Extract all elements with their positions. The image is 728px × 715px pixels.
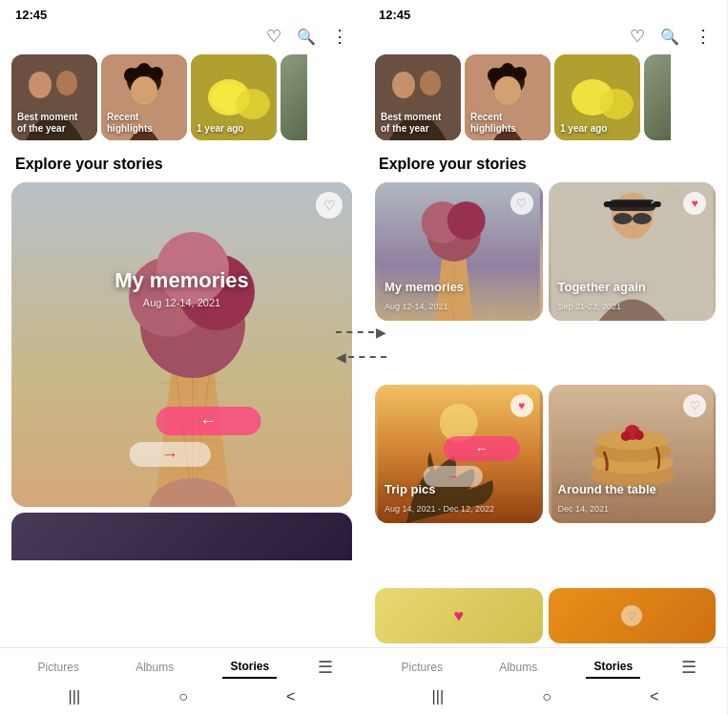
svg-point-8 bbox=[131, 76, 157, 105]
menu-icon-right[interactable]: ☰ bbox=[681, 657, 697, 678]
svg-point-28 bbox=[171, 313, 186, 328]
card-memories-date: Aug 12-14, 2021 bbox=[385, 302, 448, 311]
card-memories[interactable]: ♡ My memories Aug 12-14, 2021 bbox=[375, 182, 543, 321]
card-table-date: Dec 14, 2021 bbox=[558, 504, 610, 514]
swipe-pill-1: ← bbox=[156, 407, 260, 435]
thumb-best-moment[interactable]: Best moment of the year bbox=[11, 54, 97, 140]
card-together[interactable]: ♥ Together again Sep 21-23, 2021 bbox=[549, 182, 717, 321]
top-icons-right: ♡ 🔍 ⋮ bbox=[364, 26, 727, 54]
thumbnails-row-right: Best moment of the year Recent highlight… bbox=[364, 54, 727, 152]
heart-btn-trip[interactable]: ♥ bbox=[510, 394, 533, 417]
more-icon-right[interactable]: ⋮ bbox=[695, 26, 712, 47]
svg-point-12 bbox=[236, 89, 270, 119]
tab-stories-right[interactable]: Stories bbox=[586, 656, 640, 679]
card-trip-title: Trip pics bbox=[385, 482, 435, 496]
heart-btn-together[interactable]: ♥ bbox=[683, 192, 706, 215]
heart-btn-mini-orange[interactable]: ♡ bbox=[621, 605, 642, 626]
card-table-title: Around the table bbox=[558, 482, 656, 496]
thumb-partial-right bbox=[644, 54, 671, 140]
bottom-nav-left: Pictures Albums Stories ☰ ||| ○ < bbox=[0, 647, 364, 715]
mini-card-yellow[interactable]: ♥ bbox=[375, 588, 543, 643]
thumb-highlights-right[interactable]: Recent highlights bbox=[465, 54, 551, 140]
story-date-left: Aug 12-14, 2021 bbox=[143, 297, 220, 308]
more-icon[interactable]: ⋮ bbox=[331, 26, 348, 47]
nav-tabs-right: Pictures Albums Stories ☰ bbox=[364, 656, 727, 684]
section-title-right: Explore your stories bbox=[364, 152, 727, 182]
tab-stories-left[interactable]: Stories bbox=[222, 656, 277, 679]
status-bar-left: 12:45 bbox=[0, 0, 364, 26]
svg-point-2 bbox=[56, 71, 77, 95]
section-title-left: Explore your stories bbox=[0, 152, 364, 182]
top-icons-left: ♡ 🔍 ⋮ bbox=[0, 26, 364, 54]
heart-btn-table[interactable]: ♡ bbox=[683, 394, 706, 417]
sys-circle-left[interactable]: ○ bbox=[178, 688, 188, 705]
card-trip[interactable]: ♥ ← → Trip pics Aug 14, 2021 - Dec 12, 2… bbox=[375, 385, 543, 523]
swipe-pill-trip-1: ← bbox=[444, 436, 520, 461]
thumb-best-moment-right[interactable]: Best moment of the year bbox=[375, 54, 461, 140]
thumb-1year-ago[interactable]: 1 year ago bbox=[191, 54, 277, 140]
tab-albums-right[interactable]: Albums bbox=[491, 657, 545, 678]
swipe-pill-2: → bbox=[129, 442, 210, 467]
story-card-main[interactable]: My memories Aug 12-14, 2021 ♡ ← → bbox=[11, 182, 352, 507]
sys-back-right[interactable]: < bbox=[650, 688, 658, 705]
status-bar-right: 12:45 bbox=[364, 0, 727, 26]
bottom-mini-cards: ♥ ♡ bbox=[364, 588, 727, 647]
arrow-right: ▶ bbox=[336, 325, 386, 340]
thumb1-label: Best moment of the year bbox=[17, 112, 77, 135]
thumb2r-label: Recent highlights bbox=[470, 112, 516, 135]
svg-point-1 bbox=[29, 72, 52, 98]
panel-divider: ▶ ◀ bbox=[336, 325, 386, 365]
card-table[interactable]: ♡ Around the table Dec 14, 2021 bbox=[549, 385, 717, 523]
mini-card-yellow-heart: ♥ bbox=[453, 606, 464, 626]
time-left: 12:45 bbox=[15, 8, 47, 22]
tab-albums-left[interactable]: Albums bbox=[128, 657, 181, 678]
thumb1r-label: Best moment of the year bbox=[381, 112, 441, 135]
svg-point-7 bbox=[137, 63, 151, 76]
svg-point-48 bbox=[447, 201, 486, 240]
svg-point-53 bbox=[613, 213, 632, 224]
sys-pills-right[interactable]: ||| bbox=[432, 688, 444, 705]
tab-pictures-left[interactable]: Pictures bbox=[31, 657, 87, 678]
story-title-left: My memories bbox=[114, 268, 249, 293]
system-nav-right: ||| ○ < bbox=[364, 684, 727, 711]
mini-card-orange[interactable]: ♡ bbox=[549, 588, 717, 643]
heart-btn-memories[interactable]: ♡ bbox=[510, 192, 533, 215]
svg-point-36 bbox=[513, 67, 527, 80]
svg-point-63 bbox=[620, 431, 630, 441]
sys-back-left[interactable]: < bbox=[286, 688, 295, 705]
left-panel: 12:45 ♡ 🔍 ⋮ Best moment of the year bbox=[0, 0, 364, 715]
tab-pictures-right[interactable]: Pictures bbox=[394, 657, 450, 678]
search-icon[interactable]: 🔍 bbox=[297, 28, 316, 46]
sys-circle-right[interactable]: ○ bbox=[542, 688, 551, 705]
card-together-date: Sep 21-23, 2021 bbox=[558, 302, 622, 311]
bottom-nav-right: Pictures Albums Stories ☰ ||| ○ < bbox=[364, 647, 727, 715]
svg-point-32 bbox=[420, 71, 441, 95]
svg-point-6 bbox=[150, 67, 163, 80]
heart-icon-top[interactable]: ♡ bbox=[266, 26, 281, 47]
arrow-left: ◀ bbox=[336, 349, 386, 365]
thumb3-label: 1 year ago bbox=[197, 123, 243, 135]
thumb2-label: Recent highlights bbox=[107, 112, 153, 135]
thumb3r-label: 1 year ago bbox=[560, 123, 607, 135]
thumbnails-row-left: Best moment of the year Recent highlight… bbox=[0, 54, 364, 152]
svg-point-54 bbox=[632, 213, 651, 224]
svg-point-31 bbox=[392, 72, 415, 98]
heart-icon-top-right[interactable]: ♡ bbox=[630, 26, 645, 47]
search-icon-right[interactable]: 🔍 bbox=[660, 28, 679, 46]
sys-pills-left[interactable]: ||| bbox=[69, 688, 80, 705]
svg-point-64 bbox=[634, 431, 643, 440]
heart-btn-story-left[interactable]: ♡ bbox=[316, 192, 343, 219]
thumb-1year-ago-right[interactable]: 1 year ago bbox=[554, 54, 640, 140]
menu-icon-left[interactable]: ☰ bbox=[318, 657, 333, 678]
svg-point-37 bbox=[501, 63, 514, 76]
nav-tabs-left: Pictures Albums Stories ☰ bbox=[0, 656, 364, 684]
svg-point-38 bbox=[494, 76, 521, 105]
card-trip-date: Aug 14, 2021 - Dec 12, 2022 bbox=[385, 504, 494, 514]
card-together-title: Together again bbox=[558, 280, 646, 294]
thumb-partial bbox=[281, 54, 307, 140]
right-panel: 12:45 ♡ 🔍 ⋮ Best moment of the year bbox=[364, 0, 727, 715]
thumb-highlights[interactable]: Recent highlights bbox=[101, 54, 187, 140]
card-memories-title: My memories bbox=[385, 280, 464, 294]
time-right: 12:45 bbox=[379, 8, 410, 22]
system-nav-left: ||| ○ < bbox=[0, 684, 364, 711]
